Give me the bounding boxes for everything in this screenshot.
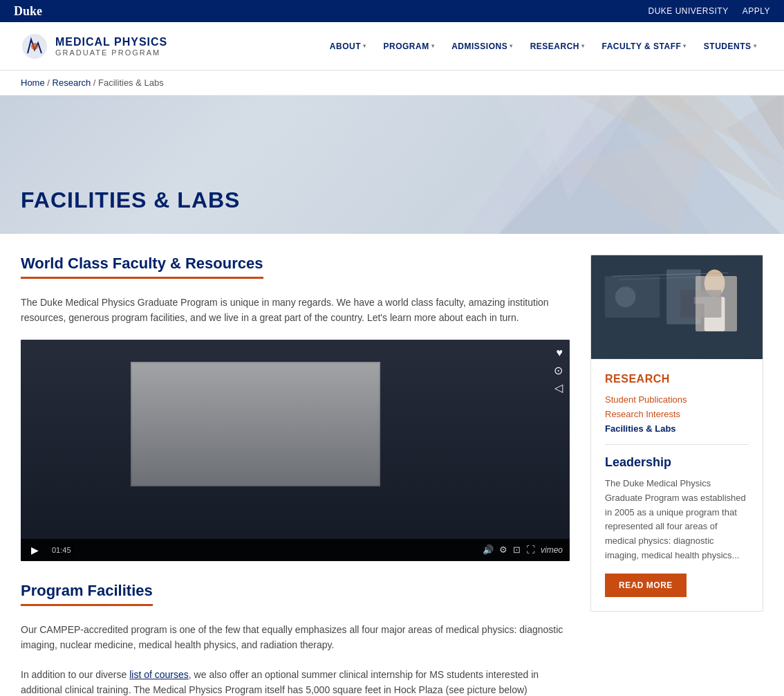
research-interests-link[interactable]: Research Interests [605, 409, 680, 419]
para2-before-link: In addition to our diverse [21, 669, 129, 680]
fullscreen-icon[interactable]: ⛶ [526, 544, 535, 555]
content-wrapper: World Class Faculty & Resources The Duke… [0, 234, 784, 696]
svg-rect-18 [704, 297, 725, 331]
chevron-down-icon: ▾ [510, 43, 513, 49]
nav-research[interactable]: RESEARCH ▾ [523, 38, 592, 55]
sidebar-link-research-interests: Research Interests [605, 408, 749, 419]
share-icon[interactable]: ◁ [554, 381, 563, 394]
section1-title: World Class Faculty & Resources [21, 255, 263, 279]
site-logo[interactable]: MEDICAL PHYSICS GRADUATE PROGRAM [21, 33, 167, 60]
settings-icon[interactable]: ⚙ [499, 544, 507, 555]
hero-banner: FACILITIES & LABS [0, 95, 784, 234]
sidebar-content: RESEARCH Student Publications Research I… [591, 359, 763, 611]
volume-icon[interactable]: 🔊 [483, 544, 494, 555]
section2-para2: In addition to our diverse list of cours… [21, 667, 570, 696]
video-embed: ♥ ⊙ ◁ ▶ 01:45 🔊 ⚙ ⊡ ⛶ vimeo [21, 340, 570, 561]
breadcrumb: Home / Research / Facilities & Labs [0, 71, 784, 95]
svg-point-16 [615, 286, 636, 307]
page-title: FACILITIES & LABS [21, 187, 240, 213]
duke-university-link[interactable]: DUKE UNIVERSITY [648, 6, 729, 16]
read-more-button[interactable]: READ MORE [605, 574, 687, 597]
nav-program[interactable]: PROGRAM ▾ [376, 38, 441, 55]
nav-faculty-staff[interactable]: FACULTY & STAFF ▾ [595, 38, 693, 55]
chevron-down-icon: ▾ [683, 43, 687, 49]
sidebar-leadership-text: The Duke Medical Physics Graduate Progra… [605, 477, 749, 563]
svg-rect-22 [694, 297, 708, 304]
section2-para1: Our CAMPEP-accredited program is one of … [21, 622, 570, 653]
video-screen: ♥ ⊙ ◁ [21, 340, 570, 561]
student-publications-link[interactable]: Student Publications [605, 394, 687, 405]
video-icons: 🔊 ⚙ ⊡ ⛶ vimeo [483, 544, 563, 555]
svg-point-1 [31, 43, 38, 50]
breadcrumb-research[interactable]: Research [53, 77, 91, 88]
heart-icon[interactable]: ♥ [557, 347, 563, 359]
video-overlay [21, 340, 570, 561]
main-nav: MEDICAL PHYSICS GRADUATE PROGRAM ABOUT ▾… [0, 22, 784, 71]
video-timestamp: 01:45 [48, 544, 75, 556]
sidebar-research-links: Student Publications Research Interests … [605, 394, 749, 434]
duke-logo[interactable]: Duke [14, 4, 42, 19]
sidebar-leadership-title: Leadership [605, 455, 749, 470]
program-facilities-section: Program Facilities Our CAMPEP-accredited… [21, 582, 570, 696]
list-of-courses-link[interactable]: list of courses [129, 669, 189, 680]
vimeo-label: vimeo [541, 545, 563, 555]
sidebar-lab-image [591, 255, 763, 359]
sidebar-research-title[interactable]: RESEARCH [605, 373, 749, 385]
sidebar-card: RESEARCH Student Publications Research I… [590, 255, 763, 612]
chevron-down-icon: ▾ [754, 43, 757, 49]
logo-sub-title: GRADUATE PROGRAM [55, 48, 167, 57]
nav-links: ABOUT ▾ PROGRAM ▾ ADMISSIONS ▾ RESEARCH … [323, 38, 763, 55]
sidebar: RESEARCH Student Publications Research I… [590, 255, 763, 696]
sidebar-link-facilities-labs: Facilities & Labs [605, 423, 749, 434]
svg-rect-21 [680, 290, 722, 318]
video-controls: ▶ 01:45 🔊 ⚙ ⊡ ⛶ vimeo [21, 539, 570, 561]
nav-students[interactable]: STUDENTS ▾ [697, 38, 763, 55]
lab-photo-svg [591, 255, 763, 359]
sidebar-divider [605, 444, 749, 445]
site-logo-icon [21, 33, 48, 60]
chevron-down-icon: ▾ [431, 43, 435, 49]
logo-text: MEDICAL PHYSICS GRADUATE PROGRAM [55, 36, 167, 57]
main-content: World Class Faculty & Resources The Duke… [21, 255, 570, 696]
picture-in-picture-icon[interactable]: ⊡ [513, 544, 521, 555]
sidebar-link-student-publications: Student Publications [605, 394, 749, 405]
section1-body: The Duke Medical Physics Graduate Progra… [21, 295, 570, 326]
nav-about[interactable]: ABOUT ▾ [323, 38, 373, 55]
world-class-section: World Class Faculty & Resources The Duke… [21, 255, 570, 326]
bookmark-icon[interactable]: ⊙ [554, 364, 563, 377]
logo-main-title: MEDICAL PHYSICS [55, 36, 167, 48]
breadcrumb-current: Facilities & Labs [98, 77, 164, 88]
chevron-down-icon: ▾ [363, 43, 366, 49]
section2-title: Program Facilities [21, 582, 153, 606]
hero-triangles [353, 95, 784, 234]
nav-admissions[interactable]: ADMISSIONS ▾ [445, 38, 520, 55]
top-bar: Duke DUKE UNIVERSITY APPLY [0, 0, 784, 22]
apply-link[interactable]: APPLY [743, 6, 770, 16]
top-links: DUKE UNIVERSITY APPLY [648, 6, 771, 16]
facilities-labs-link[interactable]: Facilities & Labs [605, 423, 676, 434]
chevron-down-icon: ▾ [581, 43, 585, 49]
play-button[interactable]: ▶ [28, 543, 41, 557]
breadcrumb-home[interactable]: Home [21, 77, 45, 88]
